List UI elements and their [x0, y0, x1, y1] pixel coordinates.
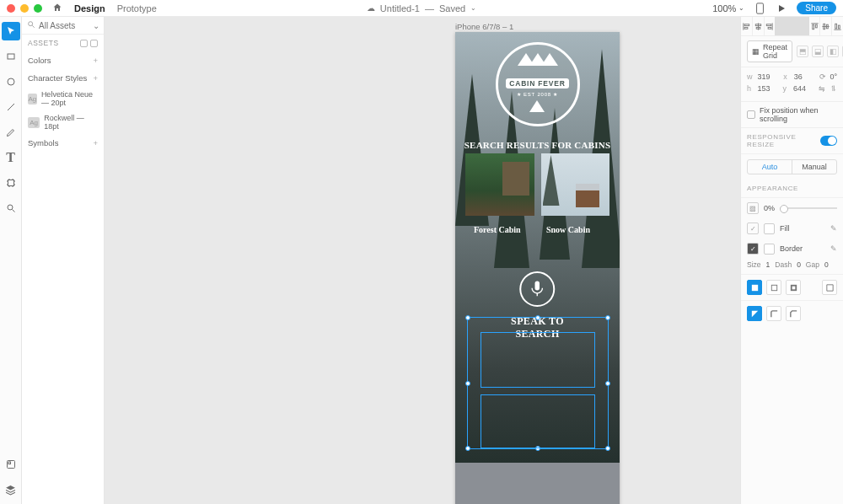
resize-handle[interactable] — [605, 446, 610, 451]
mode-tabs: Design Prototype — [74, 3, 157, 13]
resize-handle[interactable] — [465, 315, 470, 320]
view-list-icon[interactable] — [80, 40, 88, 47]
stroke-center-button[interactable] — [766, 280, 781, 295]
zoom-level[interactable]: 100% ⌄ — [712, 3, 744, 13]
align-vcenter-button[interactable] — [820, 17, 832, 35]
tool-zoom[interactable] — [2, 199, 20, 217]
play-button[interactable] — [775, 2, 788, 15]
tool-select[interactable] — [2, 22, 20, 40]
join-miter-button[interactable] — [747, 306, 762, 321]
tab-design[interactable]: Design — [74, 3, 105, 13]
svg-rect-22 — [815, 24, 817, 28]
device-preview-button[interactable] — [753, 2, 766, 15]
align-left-button[interactable] — [741, 17, 753, 35]
character-style-item[interactable]: Ag Rockwell — 18pt — [22, 110, 104, 134]
border-swatch[interactable] — [764, 244, 775, 255]
card-image — [465, 153, 534, 216]
opacity-icon: ▨ — [747, 202, 759, 214]
flip-v-button[interactable]: ⥮ — [830, 84, 837, 93]
fill-checkbox[interactable]: ✓ — [747, 223, 759, 234]
resize-handle[interactable] — [605, 315, 610, 320]
maximize-window[interactable] — [34, 4, 42, 13]
tool-rectangle[interactable] — [2, 47, 20, 66]
home-icon[interactable] — [52, 1, 62, 16]
resize-handle[interactable] — [465, 381, 470, 386]
align-top-button[interactable] — [809, 17, 821, 35]
checkbox[interactable] — [747, 110, 755, 119]
fill-swatch[interactable] — [764, 223, 775, 234]
stroke-inner-button[interactable] — [747, 280, 762, 295]
svg-rect-1 — [8, 54, 14, 59]
plus-icon[interactable]: + — [93, 56, 98, 65]
assets-header: Assets — [22, 35, 104, 51]
width-input[interactable]: 319 — [758, 72, 781, 81]
type-swatch-icon: Ag — [28, 117, 40, 128]
stroke-outer-button[interactable] — [786, 280, 801, 295]
intersect-button[interactable]: ◧ — [827, 46, 839, 57]
union-button[interactable]: ⬒ — [797, 46, 808, 57]
colors-section[interactable]: Colors+ — [22, 51, 104, 69]
plus-icon[interactable]: + — [93, 138, 98, 147]
repeat-grid-button[interactable]: ▦ Repeat Grid — [747, 40, 792, 62]
asset-search[interactable]: ⌄ — [22, 17, 104, 35]
stroke-dash-input[interactable]: 0 — [797, 260, 801, 269]
type-swatch-icon: Ag — [28, 94, 37, 105]
plus-icon[interactable]: + — [93, 73, 98, 83]
artboard-label[interactable]: iPhone 6/7/8 – 1 — [455, 22, 513, 31]
tab-prototype[interactable]: Prototype — [117, 3, 157, 13]
resize-handle[interactable] — [605, 381, 610, 386]
opacity-value[interactable]: 0% — [764, 204, 775, 212]
align-hcenter-button[interactable] — [753, 17, 765, 35]
align-bottom-button[interactable] — [832, 17, 843, 35]
transform-section: w319 x36 ⟳ 0° h153 y644 ⇋ ⥮ — [741, 67, 843, 102]
canvas[interactable]: iPhone 6/7/8 – 1 Cabin Fever ★ EST 2008 … — [105, 17, 740, 504]
tool-pen[interactable] — [2, 123, 20, 142]
opacity-slider[interactable] — [780, 207, 837, 209]
fix-position-row[interactable]: Fix position when scrolling — [741, 102, 843, 128]
height-input[interactable]: 153 — [757, 84, 779, 93]
rotate-icon[interactable]: ⟳ — [819, 72, 826, 81]
subtract-button[interactable]: ⬓ — [812, 46, 824, 57]
share-button[interactable]: Share — [797, 2, 836, 14]
properties-panel: ▦ Repeat Grid ⬒ ⬓ ◧ ◨ w319 x36 ⟳ 0° h153 — [740, 17, 843, 504]
tent-icon — [529, 100, 545, 112]
chevron-down-icon[interactable]: ⌄ — [93, 21, 99, 30]
resize-handle[interactable] — [465, 446, 470, 451]
border-checkbox[interactable]: ✓ — [747, 243, 759, 255]
resize-handle[interactable] — [535, 315, 540, 320]
tool-ellipse[interactable] — [2, 72, 20, 91]
rotation-input[interactable]: 0° — [830, 72, 837, 81]
character-styles-section[interactable]: Character Styles+ — [22, 69, 104, 87]
minimize-window[interactable] — [20, 4, 29, 13]
seg-auto[interactable]: Auto — [748, 160, 792, 174]
close-window[interactable] — [7, 4, 15, 13]
responsive-toggle[interactable] — [820, 136, 837, 146]
eyedropper-icon[interactable]: ✎ — [830, 224, 837, 233]
svg-rect-18 — [767, 24, 772, 25]
tool-artboard[interactable] — [2, 174, 20, 192]
seg-manual[interactable]: Manual — [792, 160, 836, 174]
chevron-down-icon: ⌄ — [738, 4, 744, 12]
join-round-button[interactable] — [766, 306, 781, 321]
tool-text[interactable]: T — [2, 148, 20, 167]
flip-h-button[interactable]: ⇋ — [819, 84, 825, 93]
document-title[interactable]: ☁ Untitled-1 — Saved ⌄ — [367, 3, 476, 13]
join-bevel-button[interactable] — [786, 306, 801, 321]
assets-panel-toggle[interactable] — [2, 455, 20, 474]
tool-line[interactable] — [2, 98, 20, 116]
eyedropper-icon[interactable]: ✎ — [830, 244, 837, 253]
stroke-gap-input[interactable]: 0 — [824, 260, 829, 269]
layers-panel-toggle[interactable] — [2, 480, 20, 499]
character-style-item[interactable]: Ag Helvetica Neue — 20pt — [22, 87, 104, 110]
stroke-size-input[interactable]: 1 — [766, 260, 771, 269]
asset-search-input[interactable] — [39, 21, 89, 30]
symbols-section[interactable]: Symbols+ — [22, 134, 104, 152]
view-grid-icon[interactable] — [90, 40, 98, 47]
selection-inner — [481, 394, 595, 448]
join-row — [741, 300, 843, 326]
align-right-button[interactable] — [765, 17, 776, 35]
svg-rect-8 — [8, 462, 11, 464]
x-input[interactable]: 36 — [794, 72, 817, 81]
cap-options-button[interactable] — [822, 280, 837, 295]
y-input[interactable]: 644 — [793, 84, 815, 93]
